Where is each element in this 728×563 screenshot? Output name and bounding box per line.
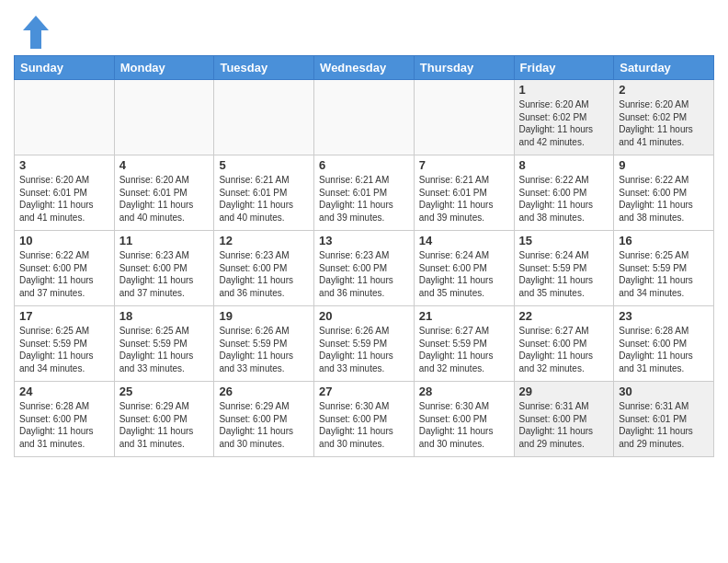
weekday-header-saturday: Saturday bbox=[614, 56, 714, 80]
weekday-header-tuesday: Tuesday bbox=[214, 56, 314, 80]
calendar-cell bbox=[114, 80, 214, 155]
day-number: 13 bbox=[319, 234, 409, 247]
weekday-header-monday: Monday bbox=[114, 56, 214, 80]
calendar-cell: 22Sunrise: 6:27 AM Sunset: 6:00 PM Dayli… bbox=[514, 306, 614, 382]
day-number: 16 bbox=[619, 234, 709, 247]
calendar-cell: 21Sunrise: 6:27 AM Sunset: 5:59 PM Dayli… bbox=[414, 306, 514, 382]
calendar-cell bbox=[314, 80, 415, 155]
calendar-cell: 6Sunrise: 6:21 AM Sunset: 6:01 PM Daylig… bbox=[314, 155, 415, 231]
calendar-cell: 8Sunrise: 6:22 AM Sunset: 6:00 PM Daylig… bbox=[514, 155, 614, 231]
weekday-header-wednesday: Wednesday bbox=[314, 56, 415, 80]
calendar-cell: 17Sunrise: 6:25 AM Sunset: 5:59 PM Dayli… bbox=[15, 306, 115, 382]
day-info: Sunrise: 6:20 AM Sunset: 6:01 PM Dayligh… bbox=[19, 174, 109, 224]
day-info: Sunrise: 6:26 AM Sunset: 5:59 PM Dayligh… bbox=[219, 325, 309, 374]
day-number: 24 bbox=[19, 385, 109, 398]
day-number: 9 bbox=[619, 158, 709, 172]
logo bbox=[18, 14, 51, 51]
calendar-cell: 30Sunrise: 6:31 AM Sunset: 6:01 PM Dayli… bbox=[614, 382, 714, 457]
day-info: Sunrise: 6:24 AM Sunset: 5:59 PM Dayligh… bbox=[519, 249, 609, 299]
day-info: Sunrise: 6:30 AM Sunset: 6:00 PM Dayligh… bbox=[419, 400, 509, 450]
day-info: Sunrise: 6:27 AM Sunset: 5:59 PM Dayligh… bbox=[419, 325, 509, 374]
day-number: 15 bbox=[519, 234, 609, 247]
day-number: 19 bbox=[219, 309, 309, 323]
day-info: Sunrise: 6:22 AM Sunset: 6:00 PM Dayligh… bbox=[19, 249, 109, 299]
day-number: 2 bbox=[619, 83, 709, 97]
calendar-cell bbox=[15, 80, 115, 155]
svg-marker-0 bbox=[23, 16, 49, 49]
calendar-cell: 2Sunrise: 6:20 AM Sunset: 6:02 PM Daylig… bbox=[614, 80, 714, 155]
calendar-cell: 25Sunrise: 6:29 AM Sunset: 6:00 PM Dayli… bbox=[114, 382, 214, 457]
weekday-header-thursday: Thursday bbox=[414, 56, 514, 80]
day-number: 11 bbox=[119, 234, 210, 247]
day-number: 27 bbox=[319, 385, 409, 398]
day-info: Sunrise: 6:25 AM Sunset: 5:59 PM Dayligh… bbox=[619, 249, 709, 299]
day-number: 8 bbox=[519, 158, 609, 172]
day-number: 1 bbox=[519, 83, 609, 97]
logo-icon bbox=[21, 14, 51, 51]
day-number: 22 bbox=[519, 309, 609, 323]
day-number: 29 bbox=[519, 385, 609, 398]
calendar-cell: 19Sunrise: 6:26 AM Sunset: 5:59 PM Dayli… bbox=[214, 306, 314, 382]
day-number: 17 bbox=[19, 309, 109, 323]
day-number: 30 bbox=[619, 385, 709, 398]
day-number: 14 bbox=[419, 234, 509, 247]
day-number: 6 bbox=[319, 158, 409, 172]
calendar-cell: 23Sunrise: 6:28 AM Sunset: 6:00 PM Dayli… bbox=[614, 306, 714, 382]
day-info: Sunrise: 6:20 AM Sunset: 6:01 PM Dayligh… bbox=[119, 174, 210, 224]
day-info: Sunrise: 6:21 AM Sunset: 6:01 PM Dayligh… bbox=[319, 174, 409, 224]
calendar-cell: 13Sunrise: 6:23 AM Sunset: 6:00 PM Dayli… bbox=[314, 231, 415, 306]
calendar-cell: 1Sunrise: 6:20 AM Sunset: 6:02 PM Daylig… bbox=[514, 80, 614, 155]
day-number: 3 bbox=[19, 158, 109, 172]
calendar-cell: 7Sunrise: 6:21 AM Sunset: 6:01 PM Daylig… bbox=[414, 155, 514, 231]
calendar-cell bbox=[414, 80, 514, 155]
calendar-cell: 28Sunrise: 6:30 AM Sunset: 6:00 PM Dayli… bbox=[414, 382, 514, 457]
day-number: 10 bbox=[19, 234, 109, 247]
calendar-cell: 9Sunrise: 6:22 AM Sunset: 6:00 PM Daylig… bbox=[614, 155, 714, 231]
day-number: 12 bbox=[219, 234, 309, 247]
page-header bbox=[0, 0, 728, 55]
day-info: Sunrise: 6:25 AM Sunset: 5:59 PM Dayligh… bbox=[19, 325, 109, 374]
calendar-cell: 5Sunrise: 6:21 AM Sunset: 6:01 PM Daylig… bbox=[214, 155, 314, 231]
day-info: Sunrise: 6:21 AM Sunset: 6:01 PM Dayligh… bbox=[419, 174, 509, 224]
calendar-cell: 3Sunrise: 6:20 AM Sunset: 6:01 PM Daylig… bbox=[15, 155, 115, 231]
calendar-cell: 18Sunrise: 6:25 AM Sunset: 5:59 PM Dayli… bbox=[114, 306, 214, 382]
weekday-header-friday: Friday bbox=[514, 56, 614, 80]
day-info: Sunrise: 6:24 AM Sunset: 6:00 PM Dayligh… bbox=[419, 249, 509, 299]
calendar-cell: 20Sunrise: 6:26 AM Sunset: 5:59 PM Dayli… bbox=[314, 306, 415, 382]
calendar-table: SundayMondayTuesdayWednesdayThursdayFrid… bbox=[14, 55, 714, 457]
day-info: Sunrise: 6:23 AM Sunset: 6:00 PM Dayligh… bbox=[219, 249, 309, 299]
calendar-cell: 14Sunrise: 6:24 AM Sunset: 6:00 PM Dayli… bbox=[414, 231, 514, 306]
day-info: Sunrise: 6:23 AM Sunset: 6:00 PM Dayligh… bbox=[319, 249, 409, 299]
calendar-cell: 24Sunrise: 6:28 AM Sunset: 6:00 PM Dayli… bbox=[15, 382, 115, 457]
day-info: Sunrise: 6:20 AM Sunset: 6:02 PM Dayligh… bbox=[619, 98, 709, 148]
day-info: Sunrise: 6:29 AM Sunset: 6:00 PM Dayligh… bbox=[219, 400, 309, 450]
day-number: 20 bbox=[319, 309, 409, 323]
day-number: 5 bbox=[219, 158, 309, 172]
day-number: 4 bbox=[119, 158, 210, 172]
day-info: Sunrise: 6:21 AM Sunset: 6:01 PM Dayligh… bbox=[219, 174, 309, 224]
day-info: Sunrise: 6:22 AM Sunset: 6:00 PM Dayligh… bbox=[619, 174, 709, 224]
day-info: Sunrise: 6:23 AM Sunset: 6:00 PM Dayligh… bbox=[119, 249, 210, 299]
calendar-cell: 27Sunrise: 6:30 AM Sunset: 6:00 PM Dayli… bbox=[314, 382, 415, 457]
day-number: 18 bbox=[119, 309, 210, 323]
calendar-cell: 10Sunrise: 6:22 AM Sunset: 6:00 PM Dayli… bbox=[15, 231, 115, 306]
day-number: 23 bbox=[619, 309, 709, 323]
day-info: Sunrise: 6:31 AM Sunset: 6:01 PM Dayligh… bbox=[619, 400, 709, 450]
calendar-cell: 4Sunrise: 6:20 AM Sunset: 6:01 PM Daylig… bbox=[114, 155, 214, 231]
day-number: 25 bbox=[119, 385, 210, 398]
calendar-cell: 15Sunrise: 6:24 AM Sunset: 5:59 PM Dayli… bbox=[514, 231, 614, 306]
calendar-cell: 16Sunrise: 6:25 AM Sunset: 5:59 PM Dayli… bbox=[614, 231, 714, 306]
calendar-cell: 11Sunrise: 6:23 AM Sunset: 6:00 PM Dayli… bbox=[114, 231, 214, 306]
weekday-header-sunday: Sunday bbox=[15, 56, 115, 80]
day-info: Sunrise: 6:27 AM Sunset: 6:00 PM Dayligh… bbox=[519, 325, 609, 374]
calendar-cell: 12Sunrise: 6:23 AM Sunset: 6:00 PM Dayli… bbox=[214, 231, 314, 306]
day-number: 21 bbox=[419, 309, 509, 323]
day-info: Sunrise: 6:28 AM Sunset: 6:00 PM Dayligh… bbox=[619, 325, 709, 374]
day-info: Sunrise: 6:26 AM Sunset: 5:59 PM Dayligh… bbox=[319, 325, 409, 374]
day-number: 7 bbox=[419, 158, 509, 172]
day-info: Sunrise: 6:29 AM Sunset: 6:00 PM Dayligh… bbox=[119, 400, 210, 450]
day-number: 26 bbox=[219, 385, 309, 398]
day-number: 28 bbox=[419, 385, 509, 398]
day-info: Sunrise: 6:30 AM Sunset: 6:00 PM Dayligh… bbox=[319, 400, 409, 450]
day-info: Sunrise: 6:28 AM Sunset: 6:00 PM Dayligh… bbox=[19, 400, 109, 450]
